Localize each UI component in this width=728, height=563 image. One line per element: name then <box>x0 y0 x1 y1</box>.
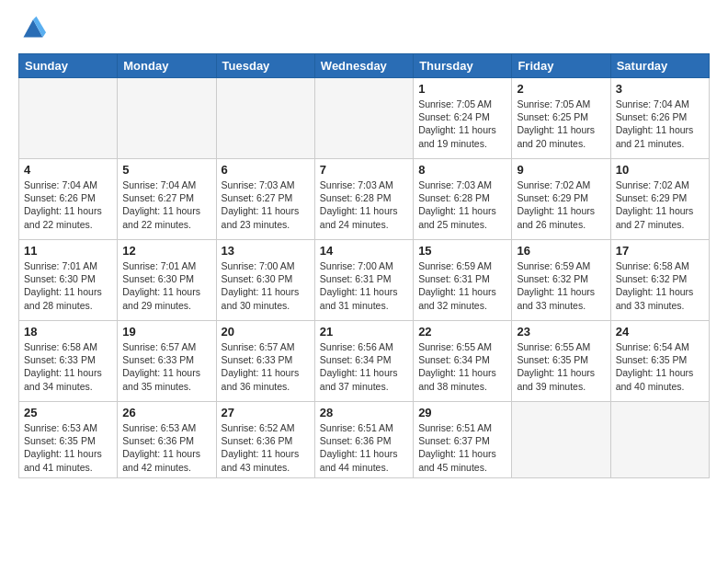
day-number: 13 <box>222 244 310 258</box>
calendar-cell: 18Sunrise: 6:58 AM Sunset: 6:33 PM Dayli… <box>19 321 118 402</box>
day-number: 1 <box>418 82 506 96</box>
calendar-cell: 11Sunrise: 7:01 AM Sunset: 6:30 PM Dayli… <box>19 240 118 321</box>
calendar-cell: 5Sunrise: 7:04 AM Sunset: 6:27 PM Daylig… <box>118 159 216 240</box>
weekday-header-sunday: Sunday <box>19 54 118 78</box>
calendar-cell <box>216 78 314 159</box>
weekday-header-tuesday: Tuesday <box>216 54 314 78</box>
day-info: Sunrise: 7:02 AM Sunset: 6:29 PM Dayligh… <box>616 178 704 231</box>
calendar-cell: 12Sunrise: 7:01 AM Sunset: 6:30 PM Dayli… <box>118 240 216 321</box>
calendar-cell: 10Sunrise: 7:02 AM Sunset: 6:29 PM Dayli… <box>610 159 709 240</box>
day-number: 18 <box>24 325 112 339</box>
week-row-1: 4Sunrise: 7:04 AM Sunset: 6:26 PM Daylig… <box>19 159 710 240</box>
calendar-cell: 16Sunrise: 6:59 AM Sunset: 6:32 PM Dayli… <box>512 240 610 321</box>
day-number: 7 <box>320 163 408 177</box>
day-number: 29 <box>418 406 506 419</box>
day-info: Sunrise: 6:56 AM Sunset: 6:34 PM Dayligh… <box>320 340 408 393</box>
day-number: 14 <box>320 244 408 258</box>
day-number: 16 <box>517 244 605 258</box>
day-info: Sunrise: 6:57 AM Sunset: 6:33 PM Dayligh… <box>222 340 310 393</box>
day-info: Sunrise: 7:02 AM Sunset: 6:29 PM Dayligh… <box>517 178 605 231</box>
week-row-3: 18Sunrise: 6:58 AM Sunset: 6:33 PM Dayli… <box>19 321 710 402</box>
day-number: 2 <box>517 82 605 96</box>
day-info: Sunrise: 6:52 AM Sunset: 6:36 PM Dayligh… <box>222 421 310 474</box>
day-info: Sunrise: 7:04 AM Sunset: 6:26 PM Dayligh… <box>616 98 704 150</box>
day-number: 5 <box>122 163 210 177</box>
day-info: Sunrise: 6:58 AM Sunset: 6:33 PM Dayligh… <box>24 340 112 393</box>
calendar-cell: 6Sunrise: 7:03 AM Sunset: 6:27 PM Daylig… <box>216 159 314 240</box>
calendar-cell: 17Sunrise: 6:58 AM Sunset: 6:32 PM Dayli… <box>610 240 709 321</box>
day-number: 21 <box>320 325 408 339</box>
page: SundayMondayTuesdayWednesdayThursdayFrid… <box>0 0 728 563</box>
day-info: Sunrise: 6:55 AM Sunset: 6:35 PM Dayligh… <box>517 340 605 393</box>
day-number: 19 <box>122 325 210 339</box>
day-number: 28 <box>320 406 408 419</box>
weekday-header-friday: Friday <box>512 54 610 78</box>
day-info: Sunrise: 7:03 AM Sunset: 6:27 PM Dayligh… <box>222 178 310 231</box>
calendar-cell <box>314 78 413 159</box>
calendar-cell: 9Sunrise: 7:02 AM Sunset: 6:29 PM Daylig… <box>512 159 610 240</box>
day-number: 12 <box>122 244 210 258</box>
day-number: 4 <box>24 163 112 177</box>
day-info: Sunrise: 6:51 AM Sunset: 6:36 PM Dayligh… <box>320 421 408 474</box>
weekday-header-thursday: Thursday <box>414 54 512 78</box>
day-info: Sunrise: 6:54 AM Sunset: 6:35 PM Dayligh… <box>616 340 704 393</box>
day-number: 6 <box>222 163 310 177</box>
day-number: 26 <box>122 406 210 419</box>
calendar-cell: 28Sunrise: 6:51 AM Sunset: 6:36 PM Dayli… <box>314 402 413 478</box>
week-row-2: 11Sunrise: 7:01 AM Sunset: 6:30 PM Dayli… <box>19 240 710 321</box>
logo-icon <box>20 15 46 40</box>
calendar-cell: 13Sunrise: 7:00 AM Sunset: 6:30 PM Dayli… <box>216 240 314 321</box>
day-number: 11 <box>24 244 112 258</box>
day-info: Sunrise: 6:53 AM Sunset: 6:35 PM Dayligh… <box>24 421 112 474</box>
day-number: 20 <box>222 325 310 339</box>
weekday-header-wednesday: Wednesday <box>314 54 413 78</box>
calendar-cell: 15Sunrise: 6:59 AM Sunset: 6:31 PM Dayli… <box>414 240 512 321</box>
day-info: Sunrise: 7:04 AM Sunset: 6:27 PM Dayligh… <box>122 178 210 231</box>
day-info: Sunrise: 7:00 AM Sunset: 6:31 PM Dayligh… <box>320 259 408 312</box>
day-info: Sunrise: 7:00 AM Sunset: 6:30 PM Dayligh… <box>222 259 310 312</box>
calendar-cell: 20Sunrise: 6:57 AM Sunset: 6:33 PM Dayli… <box>216 321 314 402</box>
day-info: Sunrise: 6:55 AM Sunset: 6:34 PM Dayligh… <box>418 340 506 393</box>
day-info: Sunrise: 7:01 AM Sunset: 6:30 PM Dayligh… <box>122 259 210 312</box>
day-number: 25 <box>24 406 112 419</box>
weekday-header-monday: Monday <box>118 54 216 78</box>
calendar-cell: 19Sunrise: 6:57 AM Sunset: 6:33 PM Dayli… <box>118 321 216 402</box>
calendar-cell: 26Sunrise: 6:53 AM Sunset: 6:36 PM Dayli… <box>118 402 216 478</box>
day-info: Sunrise: 6:58 AM Sunset: 6:32 PM Dayligh… <box>616 259 704 312</box>
weekday-header-saturday: Saturday <box>610 54 709 78</box>
calendar-cell: 29Sunrise: 6:51 AM Sunset: 6:37 PM Dayli… <box>414 402 512 478</box>
day-info: Sunrise: 6:59 AM Sunset: 6:32 PM Dayligh… <box>517 259 605 312</box>
header <box>18 15 710 44</box>
day-info: Sunrise: 7:03 AM Sunset: 6:28 PM Dayligh… <box>320 178 408 231</box>
calendar-cell: 21Sunrise: 6:56 AM Sunset: 6:34 PM Dayli… <box>314 321 413 402</box>
calendar-cell: 8Sunrise: 7:03 AM Sunset: 6:28 PM Daylig… <box>414 159 512 240</box>
day-info: Sunrise: 6:59 AM Sunset: 6:31 PM Dayligh… <box>418 259 506 312</box>
calendar-cell <box>512 402 610 478</box>
calendar-cell: 14Sunrise: 7:00 AM Sunset: 6:31 PM Dayli… <box>314 240 413 321</box>
week-row-0: 1Sunrise: 7:05 AM Sunset: 6:24 PM Daylig… <box>19 78 710 159</box>
calendar-cell: 23Sunrise: 6:55 AM Sunset: 6:35 PM Dayli… <box>512 321 610 402</box>
calendar-cell <box>118 78 216 159</box>
calendar-cell: 3Sunrise: 7:04 AM Sunset: 6:26 PM Daylig… <box>610 78 709 159</box>
day-number: 8 <box>418 163 506 177</box>
day-info: Sunrise: 6:57 AM Sunset: 6:33 PM Dayligh… <box>122 340 210 393</box>
day-number: 27 <box>222 406 310 419</box>
day-number: 17 <box>616 244 704 258</box>
day-number: 22 <box>418 325 506 339</box>
day-info: Sunrise: 7:05 AM Sunset: 6:25 PM Dayligh… <box>517 98 605 150</box>
weekday-header-row: SundayMondayTuesdayWednesdayThursdayFrid… <box>19 54 710 78</box>
calendar-cell: 24Sunrise: 6:54 AM Sunset: 6:35 PM Dayli… <box>610 321 709 402</box>
day-info: Sunrise: 6:53 AM Sunset: 6:36 PM Dayligh… <box>122 421 210 474</box>
logo <box>18 15 46 44</box>
calendar-cell: 4Sunrise: 7:04 AM Sunset: 6:26 PM Daylig… <box>19 159 118 240</box>
calendar-cell <box>610 402 709 478</box>
calendar-cell: 22Sunrise: 6:55 AM Sunset: 6:34 PM Dayli… <box>414 321 512 402</box>
week-row-4: 25Sunrise: 6:53 AM Sunset: 6:35 PM Dayli… <box>19 402 710 478</box>
calendar-cell: 1Sunrise: 7:05 AM Sunset: 6:24 PM Daylig… <box>414 78 512 159</box>
calendar-table: SundayMondayTuesdayWednesdayThursdayFrid… <box>18 53 710 478</box>
calendar-cell: 27Sunrise: 6:52 AM Sunset: 6:36 PM Dayli… <box>216 402 314 478</box>
calendar-cell <box>19 78 118 159</box>
day-number: 24 <box>616 325 704 339</box>
calendar-cell: 2Sunrise: 7:05 AM Sunset: 6:25 PM Daylig… <box>512 78 610 159</box>
day-info: Sunrise: 7:01 AM Sunset: 6:30 PM Dayligh… <box>24 259 112 312</box>
